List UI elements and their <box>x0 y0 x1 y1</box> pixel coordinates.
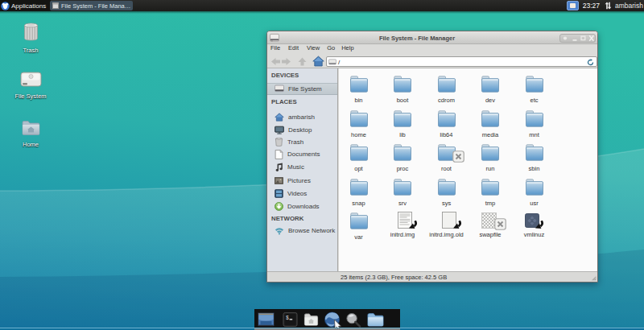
svg-text:$: $ <box>286 316 289 321</box>
